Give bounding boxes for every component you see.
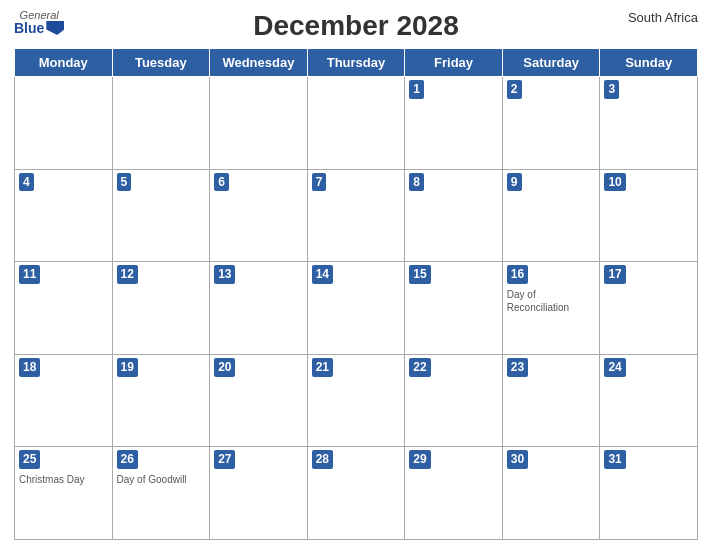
cell-w2-d4: 7 [307, 169, 405, 262]
cell-w4-d2: 19 [112, 354, 210, 447]
cell-w1-d7: 3 [600, 77, 698, 170]
cell-w3-d2: 12 [112, 262, 210, 355]
header-thursday: Thursday [307, 49, 405, 77]
day-number-1: 1 [409, 80, 424, 99]
cell-w1-d6: 2 [502, 77, 600, 170]
day-number-4: 4 [19, 173, 34, 192]
header-sunday: Sunday [600, 49, 698, 77]
day-number-19: 19 [117, 358, 138, 377]
cell-w4-d4: 21 [307, 354, 405, 447]
month-title: December 2028 [253, 10, 458, 42]
holiday-text-26: Day of Goodwill [117, 473, 206, 486]
day-number-26: 26 [117, 450, 138, 469]
cell-w3-d3: 13 [210, 262, 308, 355]
day-number-25: 25 [19, 450, 40, 469]
logo-icon [46, 21, 64, 35]
cell-w5-d2: 26Day of Goodwill [112, 447, 210, 540]
day-number-12: 12 [117, 265, 138, 284]
cell-w1-d2 [112, 77, 210, 170]
cell-w4-d1: 18 [15, 354, 113, 447]
cell-w3-d7: 17 [600, 262, 698, 355]
cell-w1-d1 [15, 77, 113, 170]
day-number-31: 31 [604, 450, 625, 469]
day-number-6: 6 [214, 173, 229, 192]
day-number-20: 20 [214, 358, 235, 377]
day-number-10: 10 [604, 173, 625, 192]
header-saturday: Saturday [502, 49, 600, 77]
calendar-table: Monday Tuesday Wednesday Thursday Friday… [14, 48, 698, 540]
cell-w3-d5: 15 [405, 262, 503, 355]
day-headers-row: Monday Tuesday Wednesday Thursday Friday… [15, 49, 698, 77]
day-number-7: 7 [312, 173, 327, 192]
header-wednesday: Wednesday [210, 49, 308, 77]
day-number-15: 15 [409, 265, 430, 284]
cell-w5-d1: 25Christmas Day [15, 447, 113, 540]
cell-w1-d5: 1 [405, 77, 503, 170]
day-number-22: 22 [409, 358, 430, 377]
cell-w4-d7: 24 [600, 354, 698, 447]
cell-w2-d2: 5 [112, 169, 210, 262]
day-number-3: 3 [604, 80, 619, 99]
cell-w3-d4: 14 [307, 262, 405, 355]
calendar-header: General Blue December 2028 South Africa [14, 10, 698, 42]
cell-w5-d7: 31 [600, 447, 698, 540]
cell-w5-d3: 27 [210, 447, 308, 540]
day-number-14: 14 [312, 265, 333, 284]
header-monday: Monday [15, 49, 113, 77]
logo: General Blue [14, 10, 64, 35]
cell-w2-d5: 8 [405, 169, 503, 262]
holiday-text-16: Day of Reconciliation [507, 288, 596, 314]
cell-w2-d3: 6 [210, 169, 308, 262]
cell-w1-d3 [210, 77, 308, 170]
day-number-9: 9 [507, 173, 522, 192]
cell-w5-d4: 28 [307, 447, 405, 540]
cell-w2-d1: 4 [15, 169, 113, 262]
week-row-5: 25Christmas Day26Day of Goodwill27282930… [15, 447, 698, 540]
day-number-11: 11 [19, 265, 40, 284]
day-number-13: 13 [214, 265, 235, 284]
day-number-21: 21 [312, 358, 333, 377]
day-number-2: 2 [507, 80, 522, 99]
header-friday: Friday [405, 49, 503, 77]
day-number-27: 27 [214, 450, 235, 469]
cell-w1-d4 [307, 77, 405, 170]
day-number-8: 8 [409, 173, 424, 192]
day-number-29: 29 [409, 450, 430, 469]
day-number-24: 24 [604, 358, 625, 377]
calendar-container: General Blue December 2028 South Africa … [0, 0, 712, 550]
calendar-body: 12345678910111213141516Day of Reconcilia… [15, 77, 698, 540]
country-label: South Africa [628, 10, 698, 25]
day-number-23: 23 [507, 358, 528, 377]
cell-w4-d3: 20 [210, 354, 308, 447]
cell-w3-d6: 16Day of Reconciliation [502, 262, 600, 355]
day-number-5: 5 [117, 173, 132, 192]
week-row-4: 18192021222324 [15, 354, 698, 447]
cell-w5-d6: 30 [502, 447, 600, 540]
cell-w3-d1: 11 [15, 262, 113, 355]
day-number-28: 28 [312, 450, 333, 469]
week-row-2: 45678910 [15, 169, 698, 262]
cell-w4-d5: 22 [405, 354, 503, 447]
header-tuesday: Tuesday [112, 49, 210, 77]
cell-w4-d6: 23 [502, 354, 600, 447]
week-row-3: 111213141516Day of Reconciliation17 [15, 262, 698, 355]
cell-w5-d5: 29 [405, 447, 503, 540]
cell-w2-d6: 9 [502, 169, 600, 262]
day-number-18: 18 [19, 358, 40, 377]
day-number-16: 16 [507, 265, 528, 284]
week-row-1: 123 [15, 77, 698, 170]
holiday-text-25: Christmas Day [19, 473, 108, 486]
day-number-30: 30 [507, 450, 528, 469]
day-number-17: 17 [604, 265, 625, 284]
logo-blue-text: Blue [14, 21, 44, 35]
cell-w2-d7: 10 [600, 169, 698, 262]
